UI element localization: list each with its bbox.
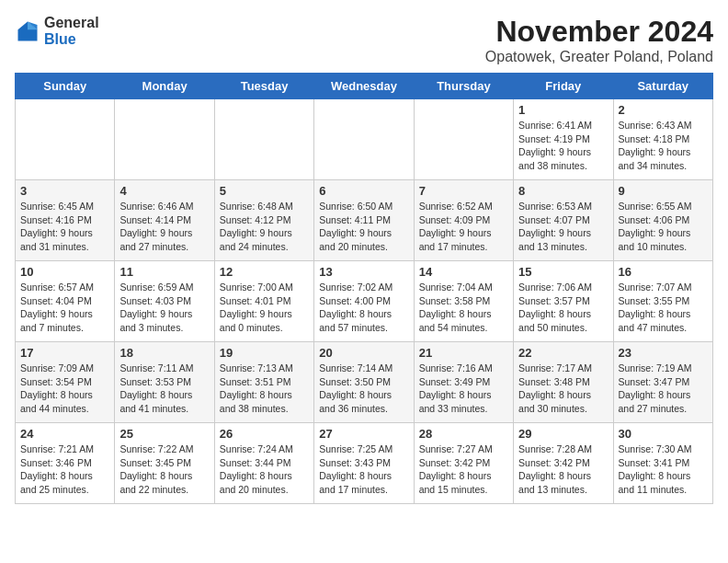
calendar-cell bbox=[16, 99, 115, 180]
day-number: 16 bbox=[619, 265, 708, 279]
calendar-cell: 14Sunrise: 7:04 AM Sunset: 3:58 PM Dayli… bbox=[414, 261, 513, 342]
day-info: Sunrise: 7:17 AM Sunset: 3:48 PM Dayligh… bbox=[518, 362, 608, 416]
logo-icon bbox=[15, 18, 40, 44]
day-number: 13 bbox=[319, 265, 408, 279]
day-info: Sunrise: 6:57 AM Sunset: 4:04 PM Dayligh… bbox=[20, 281, 109, 335]
day-number: 26 bbox=[220, 427, 309, 441]
day-info: Sunrise: 7:22 AM Sunset: 3:45 PM Dayligh… bbox=[119, 442, 209, 497]
logo: General Blue bbox=[15, 15, 99, 47]
calendar-cell: 10Sunrise: 6:57 AM Sunset: 4:04 PM Dayli… bbox=[16, 261, 115, 342]
day-number: 28 bbox=[419, 427, 508, 441]
title-area: November 2024 Opatowek, Greater Poland, … bbox=[485, 15, 713, 65]
day-number: 20 bbox=[319, 346, 408, 360]
calendar-cell: 6Sunrise: 6:50 AM Sunset: 4:11 PM Daylig… bbox=[314, 180, 414, 261]
day-info: Sunrise: 6:52 AM Sunset: 4:09 PM Dayligh… bbox=[419, 200, 508, 254]
calendar-cell: 28Sunrise: 7:27 AM Sunset: 3:42 PM Dayli… bbox=[414, 423, 513, 504]
header-day-monday: Monday bbox=[115, 74, 214, 99]
header: General Blue November 2024 Opatowek, Gre… bbox=[15, 15, 713, 65]
day-info: Sunrise: 6:59 AM Sunset: 4:03 PM Dayligh… bbox=[119, 281, 209, 335]
day-info: Sunrise: 7:11 AM Sunset: 3:53 PM Dayligh… bbox=[119, 362, 209, 416]
day-info: Sunrise: 6:55 AM Sunset: 4:06 PM Dayligh… bbox=[619, 200, 708, 254]
calendar-table: SundayMondayTuesdayWednesdayThursdayFrid… bbox=[15, 73, 713, 504]
day-number: 27 bbox=[319, 427, 408, 441]
day-number: 17 bbox=[20, 346, 109, 360]
day-info: Sunrise: 6:43 AM Sunset: 4:18 PM Dayligh… bbox=[619, 119, 708, 173]
day-info: Sunrise: 7:04 AM Sunset: 3:58 PM Dayligh… bbox=[419, 281, 508, 335]
day-number: 10 bbox=[20, 265, 109, 279]
day-info: Sunrise: 7:28 AM Sunset: 3:42 PM Dayligh… bbox=[518, 442, 608, 497]
day-number: 18 bbox=[119, 346, 209, 360]
calendar-cell: 12Sunrise: 7:00 AM Sunset: 4:01 PM Dayli… bbox=[214, 261, 313, 342]
day-info: Sunrise: 6:53 AM Sunset: 4:07 PM Dayligh… bbox=[518, 200, 608, 254]
day-info: Sunrise: 7:07 AM Sunset: 3:55 PM Dayligh… bbox=[619, 281, 708, 335]
day-number: 4 bbox=[119, 184, 209, 198]
week-row-2: 3Sunrise: 6:45 AM Sunset: 4:16 PM Daylig… bbox=[16, 180, 713, 261]
calendar-cell: 11Sunrise: 6:59 AM Sunset: 4:03 PM Dayli… bbox=[115, 261, 214, 342]
day-info: Sunrise: 7:09 AM Sunset: 3:54 PM Dayligh… bbox=[20, 362, 109, 416]
week-row-4: 17Sunrise: 7:09 AM Sunset: 3:54 PM Dayli… bbox=[16, 342, 713, 423]
calendar-cell: 25Sunrise: 7:22 AM Sunset: 3:45 PM Dayli… bbox=[115, 423, 214, 504]
calendar-cell: 23Sunrise: 7:19 AM Sunset: 3:47 PM Dayli… bbox=[613, 342, 712, 423]
day-info: Sunrise: 7:24 AM Sunset: 3:44 PM Dayligh… bbox=[220, 442, 309, 497]
day-number: 19 bbox=[220, 346, 309, 360]
logo-text: General Blue bbox=[44, 15, 99, 47]
day-number: 3 bbox=[20, 184, 109, 198]
week-row-3: 10Sunrise: 6:57 AM Sunset: 4:04 PM Dayli… bbox=[16, 261, 713, 342]
day-number: 11 bbox=[119, 265, 209, 279]
header-day-friday: Friday bbox=[514, 74, 613, 99]
calendar-cell: 15Sunrise: 7:06 AM Sunset: 3:57 PM Dayli… bbox=[514, 261, 613, 342]
calendar-cell: 27Sunrise: 7:25 AM Sunset: 3:43 PM Dayli… bbox=[314, 423, 414, 504]
day-number: 7 bbox=[419, 184, 508, 198]
day-number: 21 bbox=[419, 346, 508, 360]
main-title: November 2024 bbox=[485, 15, 713, 49]
day-number: 29 bbox=[518, 427, 608, 441]
calendar-cell: 20Sunrise: 7:14 AM Sunset: 3:50 PM Dayli… bbox=[314, 342, 414, 423]
calendar-cell: 21Sunrise: 7:16 AM Sunset: 3:49 PM Dayli… bbox=[414, 342, 513, 423]
logo-blue: Blue bbox=[44, 31, 99, 48]
calendar-cell: 26Sunrise: 7:24 AM Sunset: 3:44 PM Dayli… bbox=[214, 423, 313, 504]
day-number: 14 bbox=[419, 265, 508, 279]
day-number: 12 bbox=[220, 265, 309, 279]
calendar-cell: 30Sunrise: 7:30 AM Sunset: 3:41 PM Dayli… bbox=[613, 423, 712, 504]
day-number: 5 bbox=[220, 184, 309, 198]
calendar-cell: 18Sunrise: 7:11 AM Sunset: 3:53 PM Dayli… bbox=[115, 342, 214, 423]
calendar-cell: 8Sunrise: 6:53 AM Sunset: 4:07 PM Daylig… bbox=[514, 180, 613, 261]
day-number: 15 bbox=[518, 265, 608, 279]
day-info: Sunrise: 7:13 AM Sunset: 3:51 PM Dayligh… bbox=[220, 362, 309, 416]
day-number: 23 bbox=[619, 346, 708, 360]
day-info: Sunrise: 7:30 AM Sunset: 3:41 PM Dayligh… bbox=[619, 442, 708, 497]
week-row-5: 24Sunrise: 7:21 AM Sunset: 3:46 PM Dayli… bbox=[16, 423, 713, 504]
calendar-cell: 13Sunrise: 7:02 AM Sunset: 4:00 PM Dayli… bbox=[314, 261, 414, 342]
subtitle: Opatowek, Greater Poland, Poland bbox=[485, 49, 713, 65]
day-number: 24 bbox=[20, 427, 109, 441]
calendar-cell: 3Sunrise: 6:45 AM Sunset: 4:16 PM Daylig… bbox=[16, 180, 115, 261]
calendar-header: SundayMondayTuesdayWednesdayThursdayFrid… bbox=[16, 74, 713, 99]
day-info: Sunrise: 6:48 AM Sunset: 4:12 PM Dayligh… bbox=[220, 200, 309, 254]
calendar-cell: 9Sunrise: 6:55 AM Sunset: 4:06 PM Daylig… bbox=[613, 180, 712, 261]
day-info: Sunrise: 7:00 AM Sunset: 4:01 PM Dayligh… bbox=[220, 281, 309, 335]
week-row-1: 1Sunrise: 6:41 AM Sunset: 4:19 PM Daylig… bbox=[16, 99, 713, 180]
day-number: 30 bbox=[619, 427, 708, 441]
header-day-sunday: Sunday bbox=[16, 74, 115, 99]
header-day-thursday: Thursday bbox=[414, 74, 513, 99]
day-info: Sunrise: 7:19 AM Sunset: 3:47 PM Dayligh… bbox=[619, 362, 708, 416]
day-info: Sunrise: 7:14 AM Sunset: 3:50 PM Dayligh… bbox=[319, 362, 408, 416]
calendar-cell bbox=[314, 99, 414, 180]
day-number: 8 bbox=[518, 184, 608, 198]
day-info: Sunrise: 7:06 AM Sunset: 3:57 PM Dayligh… bbox=[518, 281, 608, 335]
calendar-cell bbox=[214, 99, 313, 180]
day-number: 25 bbox=[119, 427, 209, 441]
day-number: 6 bbox=[319, 184, 408, 198]
calendar-cell: 29Sunrise: 7:28 AM Sunset: 3:42 PM Dayli… bbox=[514, 423, 613, 504]
header-row: SundayMondayTuesdayWednesdayThursdayFrid… bbox=[16, 74, 713, 99]
day-info: Sunrise: 6:45 AM Sunset: 4:16 PM Dayligh… bbox=[20, 200, 109, 254]
day-info: Sunrise: 7:27 AM Sunset: 3:42 PM Dayligh… bbox=[419, 442, 508, 497]
logo-general: General bbox=[44, 15, 99, 31]
calendar-cell: 17Sunrise: 7:09 AM Sunset: 3:54 PM Dayli… bbox=[16, 342, 115, 423]
calendar-body: 1Sunrise: 6:41 AM Sunset: 4:19 PM Daylig… bbox=[16, 99, 713, 504]
calendar-cell: 2Sunrise: 6:43 AM Sunset: 4:18 PM Daylig… bbox=[613, 99, 712, 180]
calendar-cell: 4Sunrise: 6:46 AM Sunset: 4:14 PM Daylig… bbox=[115, 180, 214, 261]
day-number: 22 bbox=[518, 346, 608, 360]
calendar-cell: 7Sunrise: 6:52 AM Sunset: 4:09 PM Daylig… bbox=[414, 180, 513, 261]
header-day-wednesday: Wednesday bbox=[314, 74, 414, 99]
